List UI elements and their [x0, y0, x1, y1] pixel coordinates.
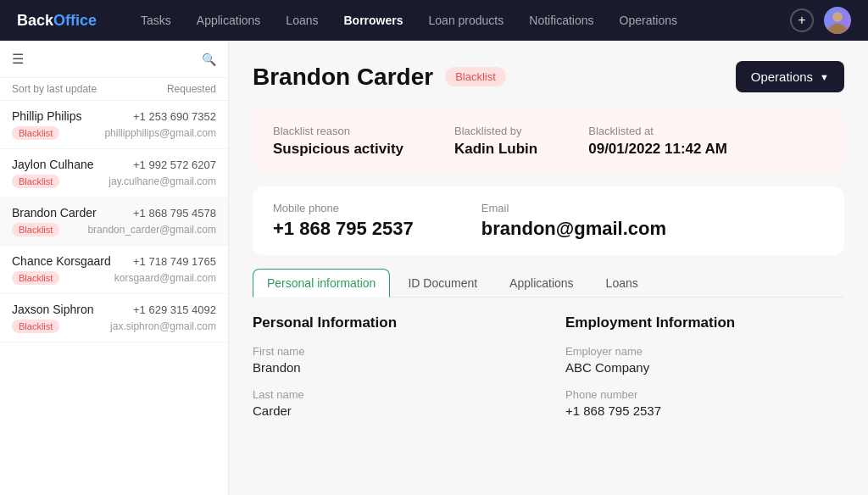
main-layout: ☰ 🔍 Sort by last update Requested Philli…: [0, 41, 868, 495]
borrower-name: Jaylon Culhane: [12, 158, 94, 171]
email-field: Email brandon@gmail.com: [481, 202, 666, 240]
borrower-phone: +1 868 795 4578: [133, 207, 216, 220]
operations-label: Operations: [751, 70, 813, 84]
borrower-phone: +1 629 315 4092: [133, 303, 216, 316]
content-area: Brandon Carder Blacklist Operations ▼ Bl…: [229, 41, 868, 495]
sort-order: Requested: [167, 83, 216, 95]
operations-button[interactable]: Operations ▼: [736, 61, 844, 92]
status-badge: Blacklist: [12, 175, 59, 188]
personal-info-section: Personal Information First name Brandon …: [253, 314, 531, 431]
first-name-field: First name Brandon: [253, 345, 531, 375]
tab-personal-information[interactable]: Personal information: [253, 269, 390, 298]
tab-applications[interactable]: Applications: [495, 269, 588, 298]
tab-loans[interactable]: Loans: [592, 269, 653, 298]
blacklist-reason-label: Blacklist reason: [273, 125, 403, 137]
nav-borrowers[interactable]: Borrowers: [334, 8, 414, 32]
borrower-email: jay.culhane@gmail.com: [108, 175, 216, 187]
employment-info-section: Employment Information Employer name ABC…: [565, 314, 844, 431]
blacklisted-by-field: Blacklisted by Kadin Lubin: [454, 125, 537, 158]
nav-operations[interactable]: Operations: [609, 8, 687, 32]
nav-loans[interactable]: Loans: [275, 8, 328, 32]
blacklist-reason-field: Blacklist reason Suspicious activity: [273, 125, 403, 158]
email-value: brandon@gmail.com: [481, 218, 666, 240]
employer-phone-field: Phone number +1 868 795 2537: [565, 388, 844, 418]
blacklisted-by-value: Kadin Lubin: [454, 141, 537, 158]
borrower-name: Phillip Philips: [12, 109, 81, 123]
borrower-name: Brandon Carder: [12, 206, 97, 220]
borrower-email: brandon_carder@gmail.com: [87, 224, 216, 236]
status-badge: Blacklist: [12, 223, 59, 236]
employer-phone-value: +1 868 795 2537: [565, 403, 844, 418]
tab-id-document[interactable]: ID Document: [393, 269, 492, 298]
borrower-email: phillipphilips@gmail.com: [104, 127, 216, 139]
blacklisted-at-field: Blacklisted at 09/01/2022 11:42 AM: [588, 125, 727, 158]
title-area: Brandon Carder Blacklist: [253, 64, 506, 91]
borrower-phone: +1 253 690 7352: [133, 110, 216, 123]
borrower-name: Chance Korsgaard: [12, 254, 111, 268]
blacklist-reason-value: Suspicious activity: [273, 141, 403, 158]
svg-point-1: [828, 24, 847, 34]
sidebar: ☰ 🔍 Sort by last update Requested Philli…: [0, 41, 229, 495]
blacklisted-by-label: Blacklisted by: [454, 125, 537, 137]
user-avatar[interactable]: [824, 7, 851, 34]
borrower-email: korsgaard@gmail.com: [114, 272, 216, 284]
last-name-field: Last name Carder: [253, 388, 531, 418]
employer-name-field: Employer name ABC Company: [565, 345, 844, 375]
blacklist-info-card: Blacklist reason Suspicious activity Bla…: [253, 109, 844, 173]
last-name-label: Last name: [253, 388, 531, 401]
chevron-down-icon: ▼: [820, 72, 829, 82]
borrower-name: Jaxson Siphron: [12, 303, 94, 316]
list-item[interactable]: Jaylon Culhane +1 992 572 6207 Blacklist…: [0, 149, 228, 197]
nav-notifications[interactable]: Notifications: [519, 8, 604, 32]
blacklisted-at-value: 09/01/2022 11:42 AM: [588, 141, 727, 158]
status-badge: Blacklist: [12, 126, 59, 140]
contact-info-card: Mobile phone +1 868 795 2537 Email brand…: [253, 186, 844, 255]
status-badge: Blacklist: [12, 320, 59, 333]
borrower-phone: +1 992 572 6207: [133, 159, 216, 171]
mobile-phone-value: +1 868 795 2537: [273, 218, 414, 240]
employer-phone-label: Phone number: [565, 388, 844, 401]
last-name-value: Carder: [253, 403, 531, 418]
employer-name-value: ABC Company: [565, 360, 844, 375]
nav-right: +: [790, 7, 851, 34]
logo: BackOffice: [17, 12, 97, 30]
blacklisted-at-label: Blacklisted at: [588, 125, 727, 137]
employer-name-label: Employer name: [565, 345, 844, 358]
list-item[interactable]: Jaxson Siphron +1 629 315 4092 Blacklist…: [0, 294, 228, 342]
search-icon[interactable]: 🔍: [202, 53, 216, 66]
list-item[interactable]: Phillip Philips +1 253 690 7352 Blacklis…: [0, 101, 228, 149]
nav-applications[interactable]: Applications: [186, 8, 271, 32]
list-item[interactable]: Brandon Carder +1 868 795 4578 Blacklist…: [0, 197, 228, 246]
info-sections: Personal Information First name Brandon …: [253, 314, 844, 431]
mobile-phone-label: Mobile phone: [273, 202, 414, 214]
email-label: Email: [481, 202, 666, 214]
filter-icon[interactable]: ☰: [12, 51, 24, 67]
sidebar-sort: Sort by last update Requested: [0, 78, 228, 101]
first-name-label: First name: [253, 345, 531, 358]
employment-info-title: Employment Information: [565, 314, 844, 331]
status-badge: Blacklist: [12, 271, 59, 285]
svg-point-0: [832, 12, 843, 22]
sidebar-toolbar: ☰ 🔍: [0, 41, 228, 78]
page-title: Brandon Carder: [253, 64, 433, 91]
add-button[interactable]: +: [790, 8, 814, 32]
borrower-status-badge: Blacklist: [445, 67, 506, 86]
content-header: Brandon Carder Blacklist Operations ▼: [253, 61, 844, 92]
nav-loan-products[interactable]: Loan products: [419, 8, 515, 32]
nav-links: Tasks Applications Loans Borrowers Loan …: [131, 8, 790, 32]
list-item[interactable]: Chance Korsgaard +1 718 749 1765 Blackli…: [0, 246, 228, 294]
tabs-row: Personal information ID Document Applica…: [253, 269, 844, 298]
sidebar-list: Phillip Philips +1 253 690 7352 Blacklis…: [0, 101, 228, 495]
borrower-email: jax.siphron@gmail.com: [110, 320, 216, 332]
top-nav: BackOffice Tasks Applications Loans Borr…: [0, 0, 868, 41]
borrower-phone: +1 718 749 1765: [133, 255, 216, 268]
mobile-phone-field: Mobile phone +1 868 795 2537: [273, 202, 414, 240]
nav-tasks[interactable]: Tasks: [131, 8, 181, 32]
sort-label: Sort by last update: [12, 83, 97, 95]
first-name-value: Brandon: [253, 360, 531, 375]
personal-info-title: Personal Information: [253, 314, 531, 331]
